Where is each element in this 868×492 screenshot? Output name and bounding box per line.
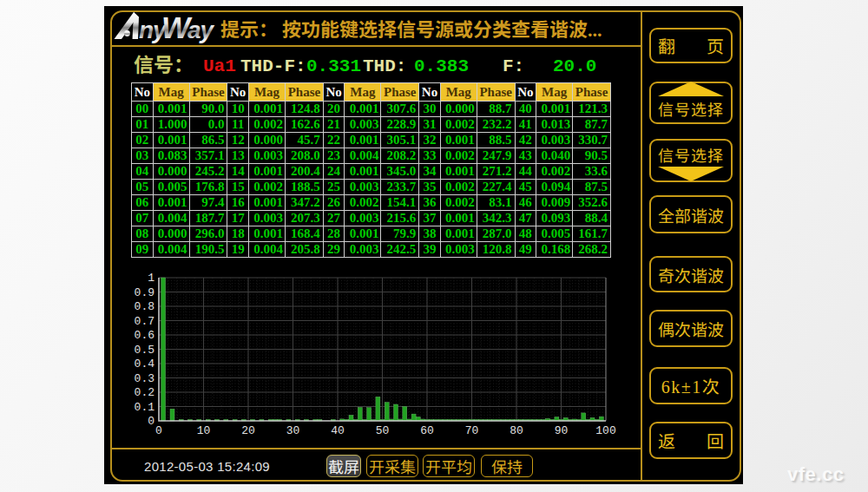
svg-text:40: 40 <box>331 424 345 437</box>
svg-text:0.5: 0.5 <box>135 344 155 357</box>
svg-text:70: 70 <box>465 424 479 437</box>
svg-text:0.7: 0.7 <box>135 315 155 328</box>
svg-text:ay: ay <box>187 16 215 43</box>
svg-text:0: 0 <box>155 424 162 437</box>
svg-text:0.3: 0.3 <box>135 372 155 385</box>
svg-text:0.6: 0.6 <box>135 329 155 342</box>
svg-text:90: 90 <box>555 424 569 437</box>
svg-text:30: 30 <box>286 424 300 437</box>
svg-text:10: 10 <box>197 424 211 437</box>
svg-text:0.1: 0.1 <box>135 401 155 414</box>
svg-text:0.4: 0.4 <box>135 358 155 371</box>
svg-text:0.8: 0.8 <box>135 300 155 313</box>
svg-text:0.9: 0.9 <box>135 286 155 299</box>
svg-text:60: 60 <box>420 424 434 437</box>
svg-text:100: 100 <box>595 424 615 437</box>
svg-text:1: 1 <box>148 272 155 285</box>
svg-text:20: 20 <box>241 424 255 437</box>
svg-text:0.2: 0.2 <box>135 386 155 399</box>
svg-text:0: 0 <box>148 415 155 428</box>
svg-text:50: 50 <box>376 424 390 437</box>
svg-text:80: 80 <box>510 424 523 437</box>
